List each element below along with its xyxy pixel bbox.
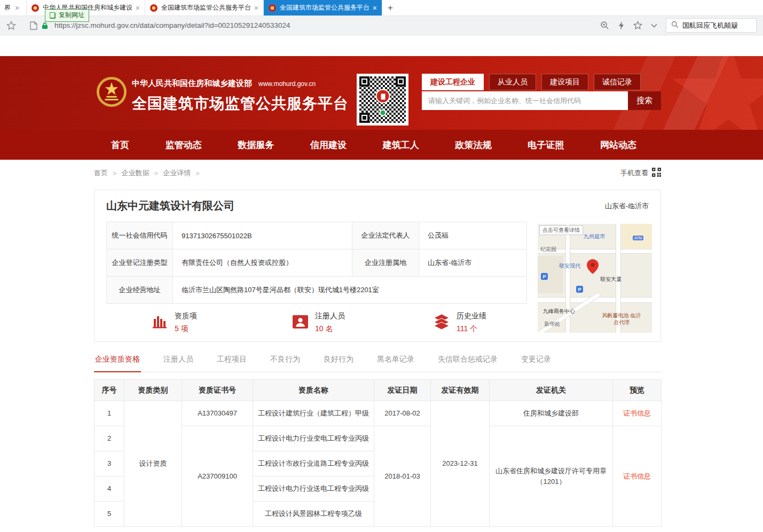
- search-row: 搜索: [422, 91, 661, 110]
- map-poi-atm: ATM: [633, 236, 643, 240]
- map-poi-battery: 风帆蓄电池 临沂总代理: [601, 312, 642, 326]
- copy-url-tooltip-label: 复制网址: [59, 11, 84, 20]
- quick-search-text: 国航回应飞机颠簸: [682, 21, 738, 30]
- reg-type-value: 有限责任公司（自然人投资或控股）: [173, 249, 352, 277]
- qual-name: 工程设计电力行业变电工程专业丙级: [253, 426, 374, 451]
- https-lock-icon: [42, 22, 48, 29]
- national-emblem-icon: [96, 76, 127, 109]
- tab-close-icon[interactable]: ×: [15, 4, 19, 12]
- bookmark-star-icon[interactable]: [6, 21, 16, 30]
- breadcrumb-company-data[interactable]: 企业数据: [122, 168, 150, 178]
- page-info-icon[interactable]: [30, 21, 37, 30]
- legal-rep-value: 公茂福: [419, 222, 527, 249]
- nav-item-site-news[interactable]: 网站动态: [596, 137, 641, 153]
- qual-category: 设计资质: [124, 401, 182, 527]
- search-tab-construction-enterprise[interactable]: 建设工程企业: [422, 74, 484, 90]
- tab-qualifications[interactable]: 企业资质资格: [94, 355, 141, 372]
- map-poi-xinhuayuan: 新华苑: [544, 320, 560, 328]
- company-stats: 资质项 5 项 注册人员 10 名 历史业绩 111 个: [106, 311, 575, 334]
- tab-bad-behavior[interactable]: 不良行为: [269, 355, 301, 372]
- tab-blacklist-records[interactable]: 黑名单记录: [376, 355, 415, 372]
- banner-titles: 中华人民共和国住房和城乡建设部 www.mohurd.gov.cn 全国建筑市场…: [132, 79, 349, 114]
- quick-search-box[interactable]: 国航回应飞机颠簸: [666, 18, 757, 33]
- mobile-view-button[interactable]: 手机查看: [620, 168, 661, 178]
- url-field[interactable]: https://jzsc.mohurd.gov.cn/data/company/…: [54, 21, 290, 29]
- browser-tab-partial[interactable]: 界 ×: [0, 0, 27, 15]
- page: 界 × 中华人民共和国住房和城乡建设 × 全国建筑市场监管公共服务平台 × 全国…: [0, 0, 763, 532]
- flash-icon[interactable]: [618, 21, 625, 30]
- search-tab-practitioners[interactable]: 从业人员: [489, 74, 536, 90]
- credit-code-label: 统一社会信用代码: [107, 222, 173, 249]
- nav-item-construction-workers[interactable]: 建筑工人: [379, 137, 423, 153]
- layers-icon: [434, 314, 450, 332]
- stat-qualifications: 资质项 5 项: [152, 311, 293, 334]
- nav-item-policies[interactable]: 政策法规: [451, 137, 496, 153]
- cert-no: A137030497: [182, 401, 253, 426]
- search-tab-projects[interactable]: 建设项目: [541, 74, 588, 90]
- preview-cell: 证书信息: [613, 401, 662, 426]
- row-index: 2: [95, 426, 124, 451]
- breadcrumb-company-detail: 企业详情: [163, 168, 191, 178]
- nav-item-e-certificates[interactable]: 电子证照: [523, 137, 568, 153]
- map-hint-label: 点击可查看详情: [539, 225, 583, 235]
- certificate-info-link[interactable]: 证书信息: [623, 472, 651, 480]
- map-pin-icon: [587, 259, 599, 276]
- map-poi-lianan-tower: 联安大厦: [600, 276, 622, 283]
- search-category-tabs: 建设工程企业 从业人员 建设项目 诚信记录: [422, 74, 661, 90]
- chevron-down-icon[interactable]: [651, 24, 657, 28]
- tab-change-records[interactable]: 变更记录: [520, 355, 552, 372]
- table-row: 企业经营地址 临沂市兰山区陶然路107号星河晶都（联安）现代城1号楼2201室: [107, 277, 527, 304]
- tab-close-icon[interactable]: ×: [254, 4, 258, 12]
- location-map[interactable]: 点击可查看详情 九州超市 ATM 纪花园 联安现代 联安大厦 P P 九峰商务中…: [538, 224, 652, 333]
- tab-registered-personnel[interactable]: 注册人员: [162, 355, 194, 372]
- breadcrumb-row: 首页 > 企业数据 > 企业详情 > 手机查看: [94, 164, 661, 182]
- search-tab-credit-records[interactable]: 诚信记录: [594, 74, 641, 90]
- qual-name: 工程设计市政行业道路工程专业丙级: [253, 451, 374, 476]
- tab-close-icon[interactable]: ×: [136, 4, 140, 12]
- browser-tab-jzsc-active[interactable]: 全国建筑市场监管公共服务平台 ×: [264, 0, 382, 15]
- stat-value: 5 项: [175, 324, 197, 334]
- tab-favicon-icon: [150, 4, 158, 12]
- certificate-info-link[interactable]: 证书信息: [623, 409, 651, 417]
- address-value: 临沂市兰山区陶然路107号星河晶都（联安）现代城1号楼2201室: [173, 277, 527, 304]
- zoom-icon[interactable]: [600, 21, 609, 30]
- qualification-table: 序号 资质类别 资质证书号 资质名称 发证日期 发证有效期 发证机关 预览 1 …: [94, 379, 662, 527]
- new-tab-button[interactable]: +: [382, 0, 398, 15]
- nav-item-supervision-news[interactable]: 监管动态: [161, 137, 206, 153]
- row-index: 1: [95, 401, 124, 426]
- breadcrumb-home[interactable]: 首页: [94, 168, 108, 178]
- tab-dishonesty-records[interactable]: 失信联合惩戒记录: [437, 355, 499, 372]
- stat-registered-personnel: 注册人员 10 名: [293, 311, 434, 334]
- company-info-table: 统一社会信用代码 91371302675501022B 企业法定代表人 公茂福 …: [106, 222, 527, 304]
- nav-item-data-service[interactable]: 数据服务: [233, 137, 278, 153]
- stat-label: 历史业绩: [457, 311, 486, 321]
- issuing-authority: 山东省住房和城乡建设厅许可专用章（1201）: [490, 426, 613, 527]
- map-poi-lianan-modern: 联安现代: [559, 262, 580, 270]
- search-button[interactable]: 搜索: [628, 91, 661, 110]
- stat-label: 注册人员: [315, 311, 345, 321]
- favorite-star-icon[interactable]: [633, 21, 642, 30]
- breadcrumb: 首页 > 企业数据 > 企业详情 >: [94, 168, 200, 178]
- tab-favicon-icon: [32, 4, 39, 12]
- address-label: 企业经营地址: [107, 277, 173, 304]
- browser-tab-jzsc-1[interactable]: 全国建筑市场监管公共服务平台 ×: [145, 0, 264, 15]
- col-preview: 预览: [613, 380, 662, 401]
- col-index: 序号: [95, 380, 124, 401]
- tab-title: 全国建筑市场监管公共服务平台: [161, 3, 250, 12]
- stat-value: 111 个: [457, 324, 486, 334]
- issue-date: 2018-01-03: [374, 426, 431, 527]
- tab-projects[interactable]: 工程项目: [216, 355, 248, 372]
- tab-good-behavior[interactable]: 良好行为: [322, 355, 355, 372]
- keyword-search-input[interactable]: [422, 91, 628, 110]
- qr-mini-icon: [652, 168, 661, 178]
- nav-item-home[interactable]: 首页: [107, 137, 133, 153]
- mobile-view-label: 手机查看: [620, 168, 648, 178]
- nav-item-credit-building[interactable]: 信用建设: [306, 137, 351, 153]
- col-authority: 发证机关: [490, 380, 613, 401]
- row-index: 5: [95, 502, 124, 527]
- stat-label: 资质项: [175, 311, 197, 321]
- company-detail-tabs: 企业资质资格 注册人员 工程项目 不良行为 良好行为 黑名单记录 失信联合惩戒记…: [94, 355, 661, 372]
- qr-finder-icon: [359, 113, 369, 123]
- tab-close-icon[interactable]: ×: [373, 4, 377, 12]
- breadcrumb-separator: >: [195, 169, 200, 177]
